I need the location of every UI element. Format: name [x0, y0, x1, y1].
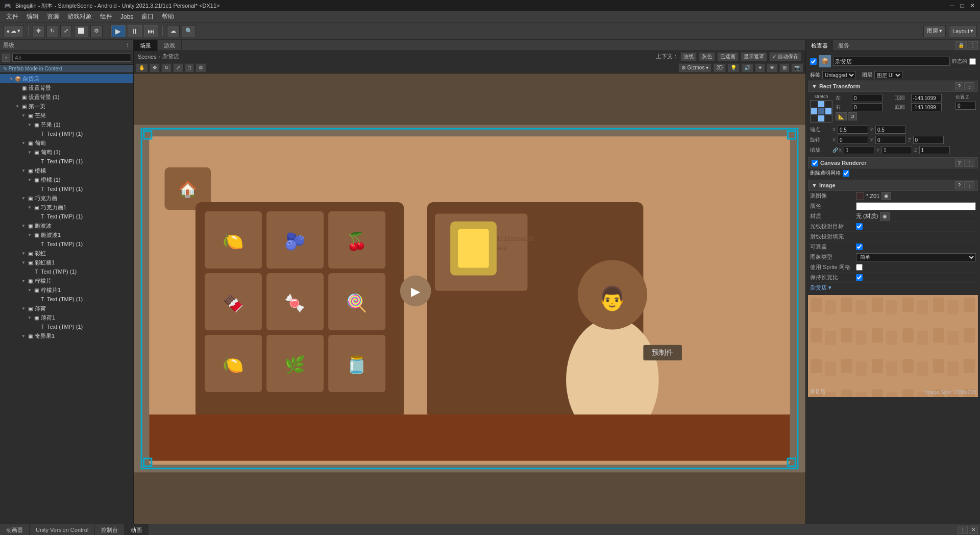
- object-name-field[interactable]: [833, 57, 950, 66]
- fx-toggle[interactable]: ✦: [755, 63, 765, 72]
- list-item[interactable]: T Text (TMP) (1): [0, 157, 133, 166]
- list-item[interactable]: ▼ ▣ 奇异果1: [0, 331, 133, 341]
- list-item[interactable]: ▼ ▣ 芒果 (1): [0, 120, 133, 129]
- list-item[interactable]: ▼ ▣ 第一页: [0, 102, 133, 111]
- canvas-renderer-toggle[interactable]: [812, 160, 818, 166]
- tab-animator[interactable]: 动画器: [0, 524, 30, 536]
- 2d-toggle[interactable]: 2D: [713, 63, 726, 72]
- minimize-button[interactable]: ─: [948, 2, 955, 9]
- canvas-renderer-header[interactable]: Canvas Renderer ? ⋮: [808, 157, 978, 168]
- image-type-select[interactable]: 简单: [856, 253, 976, 261]
- image-header[interactable]: ▼ Image ? ⋮: [808, 180, 978, 191]
- tab-game[interactable]: 游戏: [158, 40, 182, 51]
- list-item[interactable]: T Text (TMP) (1): [0, 295, 133, 304]
- inspector-options-button[interactable]: ⋮: [968, 41, 978, 50]
- right-field[interactable]: [852, 103, 883, 111]
- play-button[interactable]: ▶: [111, 25, 126, 37]
- tab-version-control[interactable]: Unity Version Control: [30, 524, 95, 536]
- list-item[interactable]: T Text (TMP) (1): [0, 267, 133, 276]
- hierarchy-add-button[interactable]: +: [2, 54, 10, 62]
- tab-console[interactable]: 控制台: [95, 524, 125, 536]
- object-active-toggle[interactable]: [810, 58, 817, 65]
- rot-y-field[interactable]: [875, 136, 906, 144]
- posz-field[interactable]: [955, 102, 976, 110]
- top-field[interactable]: [911, 94, 942, 102]
- image-options[interactable]: ⋮: [964, 181, 974, 189]
- rotate-tool[interactable]: ↻: [46, 25, 58, 37]
- hierarchy-search-input[interactable]: [12, 54, 131, 62]
- sprite-atlas-toggle[interactable]: [856, 264, 863, 271]
- list-item[interactable]: ▼ ▣ 柠檬片1: [0, 285, 133, 295]
- anchor-preset-viz[interactable]: [810, 100, 832, 123]
- rot-z-field[interactable]: [913, 136, 944, 144]
- bottom-panel-close[interactable]: ✕: [969, 526, 978, 534]
- list-item[interactable]: ▼ ▣ 彩虹糖1: [0, 258, 133, 267]
- scene-move-tool[interactable]: ✥: [150, 63, 160, 72]
- image-info[interactable]: ?: [955, 181, 963, 189]
- scene-scale-tool[interactable]: ⤢: [173, 63, 183, 72]
- bottom-panel-options[interactable]: ⋮: [958, 526, 968, 534]
- close-button[interactable]: ✕: [969, 2, 976, 9]
- preserve-aspect-toggle[interactable]: [856, 274, 863, 281]
- rot-x-field[interactable]: [838, 136, 868, 144]
- pivot-y-field[interactable]: [875, 126, 906, 134]
- list-item[interactable]: ▼ ▣ 薄荷1: [0, 313, 133, 322]
- auto-save-button[interactable]: ✓ 自动保存: [769, 52, 801, 61]
- tree-item-grocery[interactable]: ▼ 📦 杂货店: [0, 74, 133, 83]
- static-toggle[interactable]: [969, 58, 976, 65]
- list-item[interactable]: T Text (TMP) (1): [0, 322, 133, 331]
- scale-x-field[interactable]: [844, 146, 874, 154]
- normal-button[interactable]: 法线: [680, 52, 697, 61]
- rect-tool[interactable]: ⬜: [74, 25, 88, 37]
- layout-dropdown[interactable]: Layout ▾: [949, 25, 977, 37]
- menu-edit[interactable]: 编辑: [22, 11, 43, 22]
- transform-tool[interactable]: ⚙: [90, 25, 103, 37]
- inspector-lock-button[interactable]: 🔒: [955, 41, 967, 50]
- reset-button[interactable]: ↺: [848, 112, 857, 120]
- scene-transform-tool[interactable]: ⚙: [195, 63, 206, 72]
- menu-window[interactable]: 窗口: [137, 11, 158, 22]
- list-item[interactable]: ▼ ▣ 橙橘: [0, 166, 133, 175]
- scene-rect-tool[interactable]: □: [185, 63, 194, 72]
- light-toggle[interactable]: 💡: [727, 63, 740, 72]
- breadcrumb-grocery[interactable]: 杂货店: [162, 53, 179, 60]
- scene-view[interactable]: 🏠 🍋 🫐 🍒 🍫 🍬 🍭 🍋: [134, 74, 805, 524]
- list-item[interactable]: ▼ ▣ 葡萄: [0, 138, 133, 148]
- tab-scene[interactable]: 场景: [134, 40, 158, 51]
- scale-z-field[interactable]: [919, 146, 950, 154]
- grocery-dropdown[interactable]: 杂货店 ▾: [810, 284, 831, 291]
- menu-component[interactable]: 组件: [96, 11, 116, 22]
- pivot-x-field[interactable]: [838, 126, 868, 134]
- show-mask-button[interactable]: 显示遮罩: [741, 52, 767, 61]
- breadcrumb-scenes[interactable]: Scenes: [138, 54, 157, 60]
- layer-dropdown[interactable]: 图层 ▾: [923, 25, 946, 37]
- list-item[interactable]: ▼ ▣ 葡萄 (1): [0, 148, 133, 157]
- list-item[interactable]: ▣ 设置背景 (1): [0, 92, 133, 102]
- overlay-button[interactable]: 已遮画: [717, 52, 739, 61]
- rect-transform-options[interactable]: ⋮: [964, 82, 974, 90]
- collab-button[interactable]: ☁: [167, 25, 180, 37]
- account-button[interactable]: ♦ ☁ ▾: [3, 25, 24, 37]
- menu-file[interactable]: 文件: [2, 11, 22, 22]
- list-item[interactable]: T Text (TMP) (1): [0, 129, 133, 138]
- tab-inspector[interactable]: 检查器: [806, 40, 833, 51]
- remove-transparent-toggle[interactable]: [843, 170, 849, 177]
- layer-select[interactable]: 图层 UI: [874, 71, 902, 79]
- list-item[interactable]: ▼ ▣ 脆波波: [0, 221, 133, 230]
- list-item[interactable]: ▼ ▣ 巧克力画1: [0, 203, 133, 212]
- list-item[interactable]: T Text (TMP) (1): [0, 184, 133, 193]
- gizmos-button[interactable]: ⚙ Gizmos ▾: [678, 63, 712, 72]
- menu-help[interactable]: 帮助: [158, 11, 178, 22]
- color-field[interactable]: [856, 202, 976, 210]
- list-item[interactable]: T Text (TMP) (1): [0, 239, 133, 249]
- camera-btn[interactable]: 📷: [791, 63, 803, 72]
- list-item[interactable]: ▼ ▣ 柠檬片: [0, 276, 133, 285]
- list-item[interactable]: ▼ ▣ 脆波波1: [0, 230, 133, 239]
- menu-gameobject[interactable]: 游戏对象: [63, 11, 96, 22]
- canvas-info[interactable]: ?: [955, 159, 963, 167]
- list-item[interactable]: ▣ 设置背景: [0, 83, 133, 92]
- menu-jobs[interactable]: Jobs: [116, 12, 137, 21]
- source-image-select[interactable]: ◉: [881, 192, 891, 200]
- bottom-field[interactable]: [911, 103, 942, 111]
- scale-y-field[interactable]: [881, 146, 912, 154]
